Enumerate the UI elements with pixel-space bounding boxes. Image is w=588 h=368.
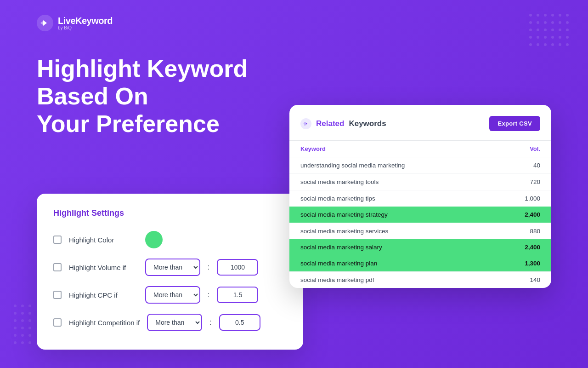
logo-icon [37,15,53,31]
keyword-cell: understanding social media marketing [289,157,491,174]
color-row: Highlight Color [53,231,287,248]
headline-line1: Highlight Keyword Based On [37,55,276,110]
table-row: social media marketing pdf 140 [289,272,551,288]
cpc-dropdown[interactable]: More than Less than Equal to [145,286,200,304]
volume-colon: : [208,263,209,271]
competition-label: Highlight Competition if [69,319,140,327]
volume-cell: 40 [491,157,551,174]
keyword-cell: social media marketing pdf [289,272,491,288]
volume-cell: 1,300 [491,255,551,272]
keyword-column-header: Keyword [289,141,491,157]
logo-text: LiveKeyword by BiQ [58,16,113,30]
competition-input[interactable] [219,314,260,331]
table-header-row: Keyword Vol. [289,141,551,157]
volume-cell: 1,000 [491,190,551,207]
cpc-input[interactable] [217,287,258,303]
color-swatch[interactable] [145,231,163,248]
volume-cell: 2,400 [491,207,551,223]
keywords-table: Keyword Vol. understanding social media … [289,140,551,288]
cpc-colon: : [208,291,209,299]
keywords-title: Related Keywords [300,118,386,129]
keyword-cell: social media marketing salary [289,239,491,255]
decorative-dots-bottom [14,305,32,345]
keywords-icon [300,118,311,129]
logo-sub: by BiQ [58,26,113,30]
keyword-cell: social media marketing plan [289,255,491,272]
keywords-card: Related Keywords Export CSV Keyword Vol.… [289,105,551,288]
keywords-title-related: Related [316,119,344,128]
volume-row: Highlight Volume if More than Less than … [53,259,287,276]
color-checkbox[interactable] [53,236,62,244]
table-row: understanding social media marketing 40 [289,157,551,174]
competition-dropdown[interactable]: More than Less than Equal to [147,314,202,331]
cpc-row: Highlight CPC if More than Less than Equ… [53,286,287,304]
keywords-title-keywords: Keywords [349,119,386,128]
cpc-label: Highlight CPC if [69,291,138,299]
headline-line2: Your Preference [37,110,276,138]
decorative-dots-top [529,14,570,47]
volume-input[interactable] [217,259,258,276]
volume-cell: 720 [491,174,551,190]
keyword-cell: social media marketing tips [289,190,491,207]
volume-checkbox[interactable] [53,263,62,271]
page-headline: Highlight Keyword Based On Your Preferen… [37,55,276,138]
volume-label: Highlight Volume if [69,264,138,271]
volume-cell: 2,400 [491,239,551,255]
table-row: social media marketing plan 1,300 [289,255,551,272]
keyword-cell: social media marketing services [289,223,491,240]
logo-name: LiveKeyword [58,16,113,25]
table-row: social media marketing tools 720 [289,174,551,190]
competition-colon: : [209,318,211,327]
keywords-header: Related Keywords Export CSV [289,116,551,140]
cpc-checkbox[interactable] [53,291,62,299]
highlight-settings-card: Highlight Settings Highlight Color Highl… [37,194,303,350]
settings-title: Highlight Settings [53,208,287,218]
color-label: Highlight Color [69,236,138,244]
volume-cell: 140 [491,272,551,288]
export-csv-button[interactable]: Export CSV [489,116,540,131]
competition-row: Highlight Competition if More than Less … [53,314,287,331]
table-row: social media marketing salary 2,400 [289,239,551,255]
keyword-cell: social media marketing strategy [289,207,491,223]
volume-dropdown[interactable]: More than Less than Equal to [145,259,200,276]
keyword-cell: social media marketing tools [289,174,491,190]
logo[interactable]: LiveKeyword by BiQ [37,15,113,31]
volume-cell: 880 [491,223,551,240]
table-row: social media marketing tips 1,000 [289,190,551,207]
volume-column-header: Vol. [491,141,551,157]
table-row: social media marketing services 880 [289,223,551,240]
competition-checkbox[interactable] [53,318,62,327]
table-row: social media marketing strategy 2,400 [289,207,551,223]
